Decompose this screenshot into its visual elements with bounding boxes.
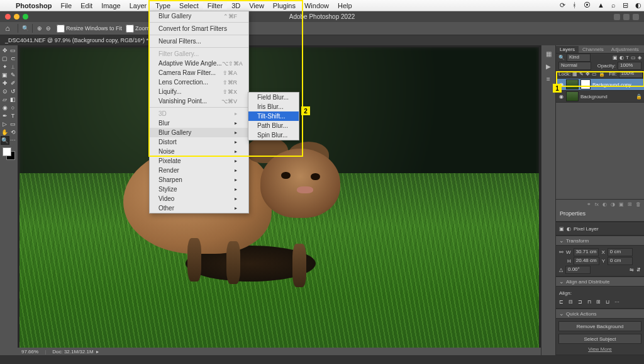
layer-name[interactable]: Background copy (592, 82, 631, 88)
width-input[interactable]: 30.71 cm (574, 248, 599, 256)
lock-pixel-icon[interactable]: ✎ (579, 71, 584, 77)
type-tool[interactable]: T (9, 112, 17, 120)
menu-plugins[interactable]: Plugins (269, 2, 300, 9)
zoom-all-checkbox[interactable] (126, 25, 134, 33)
dodge-tool[interactable]: ○ (9, 104, 17, 111)
flip-v-icon[interactable]: ⇵ (636, 267, 641, 273)
align-vcenter-icon[interactable]: ⊞ (596, 299, 601, 305)
layer-thumb[interactable] (566, 79, 579, 89)
x-input[interactable]: 0 cm (608, 248, 633, 256)
align-section[interactable]: Align and Distribute (556, 276, 644, 286)
link-wh-icon[interactable]: ⚯ (559, 249, 564, 255)
lock-all-icon[interactable]: 🔒 (599, 71, 605, 77)
libraries-panel-icon[interactable]: ≡ (544, 74, 553, 83)
menu-layer[interactable]: Layer (125, 2, 152, 9)
align-top-icon[interactable]: ⊓ (587, 299, 591, 305)
filter-type-icon[interactable]: T (626, 55, 629, 60)
mi-blur[interactable]: Blur▸ (150, 118, 248, 128)
brush-tool[interactable]: ✐ (9, 79, 17, 87)
view-more-link[interactable]: View More (558, 346, 641, 352)
mi-spin-blur[interactable]: Spin Blur... (248, 130, 299, 140)
frame-tool[interactable]: ▣ (1, 71, 9, 79)
move-tool[interactable]: ✥ (1, 47, 9, 54)
filter-smart-icon[interactable]: ◈ (638, 55, 641, 60)
menu-file[interactable]: File (56, 2, 76, 9)
eyedropper-tool[interactable]: ✎ (9, 71, 17, 79)
filter-adj-icon[interactable]: ◐ (619, 55, 624, 60)
menu-view[interactable]: View (245, 2, 269, 9)
lock-trans-icon[interactable]: ▦ (572, 71, 577, 77)
zoom-tool-icon[interactable]: 🔍 (21, 25, 30, 31)
bluetooth-icon[interactable]: ᚼ (570, 1, 579, 9)
siri-icon[interactable]: ◐ (633, 1, 644, 9)
path-tool[interactable]: ▷ (1, 120, 9, 128)
mi-stylize[interactable]: Stylize▸ (150, 185, 248, 194)
blend-mode-select[interactable]: Normal (558, 62, 591, 70)
statusbar-arrow-icon[interactable]: ▸ (96, 349, 99, 355)
lock-nest-icon[interactable]: ▭ (592, 71, 597, 77)
mi-iris-blur[interactable]: Iris Blur... (248, 102, 299, 111)
mi-distort[interactable]: Distort▸ (150, 137, 248, 147)
edit-toolbar[interactable]: ⋯ (9, 137, 17, 144)
history-brush-tool[interactable]: ↺ (9, 88, 17, 95)
angle-input[interactable]: 0.00° (565, 266, 591, 274)
color-panel-icon[interactable]: ▦ (544, 49, 553, 58)
mi-render[interactable]: Render▸ (150, 166, 248, 175)
align-right-icon[interactable]: ⊐ (578, 299, 582, 305)
volume-icon[interactable]: ▲ (595, 1, 607, 9)
menu-type[interactable]: Type (151, 2, 175, 9)
mi-blur-gallery[interactable]: Blur Gallery▸ (150, 128, 248, 137)
layer-mask-thumb[interactable] (580, 79, 591, 89)
mi-last-filter[interactable]: Blur Gallery⌃⌘F (150, 11, 248, 21)
workspace-switch-icon[interactable] (633, 14, 639, 20)
kind-select[interactable]: Kind (567, 54, 591, 62)
kind-icon[interactable]: 🔍 (558, 55, 565, 60)
transform-section[interactable]: Transform (556, 236, 644, 245)
tab-adjustments[interactable]: Adjustments (608, 46, 643, 53)
mi-tilt-shift[interactable]: Tilt-Shift... (248, 111, 299, 121)
menu-3d[interactable]: 3D (227, 2, 245, 9)
y-input[interactable]: 0 cm (608, 257, 633, 265)
mi-field-blur[interactable]: Field Blur... (248, 93, 299, 102)
tab-layers[interactable]: Layers (556, 46, 579, 53)
menu-edit[interactable]: Edit (76, 2, 97, 9)
crop-tool[interactable]: ⟂ (9, 63, 17, 71)
heal-tool[interactable]: ✚ (1, 79, 9, 87)
quick-actions-section[interactable]: Quick Actions (556, 309, 644, 318)
layer-name[interactable]: Background (580, 94, 608, 100)
lock-pos-icon[interactable]: ✥ (586, 71, 590, 77)
flip-h-icon[interactable]: ⇋ (630, 267, 634, 273)
mi-liquify[interactable]: Liquify...⇧⌘X (150, 87, 248, 96)
mi-path-blur[interactable]: Path Blur... (248, 121, 299, 130)
mi-pixelate[interactable]: Pixelate▸ (150, 156, 248, 166)
shape-tool[interactable]: ▭ (9, 120, 17, 128)
artboard-tool[interactable]: ▭ (9, 47, 17, 54)
tab-channels[interactable]: Channels (579, 46, 608, 53)
layer-row-bg[interactable]: ◉ Background 🔒 (556, 91, 644, 103)
pen-tool[interactable]: ✒ (1, 112, 9, 120)
layer-row-bg-copy[interactable]: ◉ Background copy (556, 79, 644, 91)
menu-help[interactable]: Help (333, 2, 357, 9)
history-panel-icon[interactable]: ▶ (544, 62, 553, 71)
mask-icon[interactable]: ◐ (602, 202, 607, 207)
mi-sharpen[interactable]: Sharpen▸ (150, 175, 248, 185)
menu-image[interactable]: Image (97, 2, 125, 9)
delete-layer-icon[interactable]: 🗑 (636, 202, 641, 207)
zoom-window-button[interactable] (23, 14, 28, 20)
wifi-icon[interactable]: ⦿ (581, 1, 593, 9)
new-layer-icon[interactable]: ⊞ (628, 202, 632, 207)
align-bottom-icon[interactable]: ⊔ (606, 299, 609, 305)
color-swatch[interactable] (3, 147, 15, 160)
mi-other[interactable]: Other▸ (150, 203, 248, 213)
search-ps-icon[interactable] (623, 14, 630, 20)
mi-adaptive-wide[interactable]: Adaptive Wide Angle...⌥⇧⌘A (150, 59, 248, 68)
sync-icon[interactable]: ⟳ (557, 1, 568, 9)
select-subject-button[interactable]: Select Subject (558, 334, 641, 344)
mi-lens-correction[interactable]: Lens Correction...⇧⌘R (150, 77, 248, 87)
menu-filter[interactable]: Filter (203, 2, 227, 9)
document-tab[interactable]: _DSC4041.NEF @ 97.9% (Background copy, R… (0, 35, 161, 45)
minimize-window-button[interactable] (14, 14, 19, 20)
group-icon[interactable]: ▣ (619, 202, 624, 207)
zoom-out-icon[interactable]: ⊖ (44, 25, 53, 31)
mi-video[interactable]: Video▸ (150, 194, 248, 203)
